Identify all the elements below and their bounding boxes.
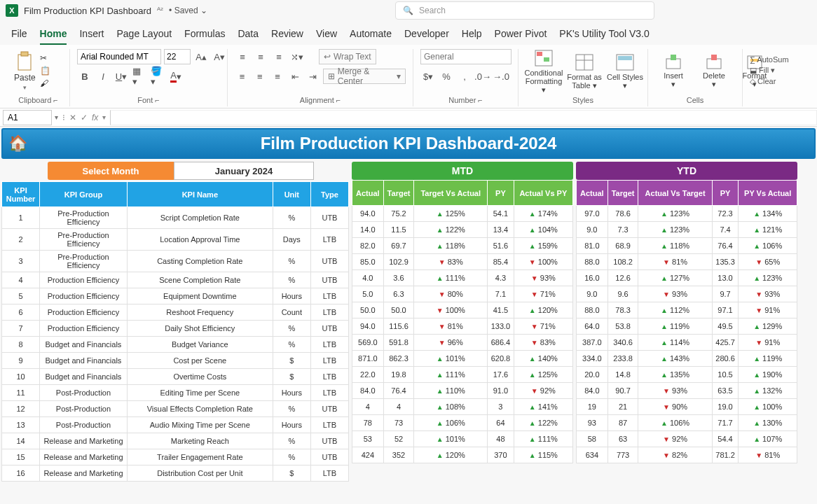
svg-rect-11 [671, 55, 676, 60]
percent-icon[interactable]: % [439, 69, 454, 84]
indent-dec-icon[interactable]: ⇤ [288, 69, 303, 84]
number-format-select[interactable] [420, 49, 512, 64]
italic-button[interactable]: I [95, 69, 111, 84]
svg-rect-12 [707, 59, 721, 69]
menu-review[interactable]: Review [271, 28, 303, 45]
paste-icon[interactable] [15, 50, 34, 71]
menu-power-pivot[interactable]: Power Pivot [495, 28, 547, 45]
menu-insert[interactable]: Insert [79, 28, 104, 45]
search-input[interactable]: 🔍 Search [395, 1, 654, 20]
doc-title: Film Production KPI Dashboard [24, 6, 151, 16]
table-row: 5863▼ 92%54.4▲ 107% [577, 431, 797, 447]
menu-data[interactable]: Data [238, 28, 259, 45]
menu-view[interactable]: View [316, 28, 337, 45]
table-row: 20.014.8▲ 135%10.5▲ 190% [577, 367, 797, 383]
table-row: 1Pre-Production EfficiencyScript Complet… [2, 207, 349, 229]
name-box[interactable] [3, 110, 52, 125]
table-row: 9.07.3▲ 123%7.4▲ 121% [577, 222, 797, 238]
chevron-down-icon[interactable]: ▾ [23, 84, 27, 91]
svg-rect-4 [544, 57, 549, 62]
svg-rect-1 [21, 52, 28, 56]
table-row: 16Release and MarketingDistribution Cost… [2, 465, 349, 482]
menu-help[interactable]: Help [462, 28, 482, 45]
currency-icon[interactable]: $▾ [420, 69, 436, 84]
font-size-select[interactable] [164, 49, 191, 64]
delete-cells-button[interactable]: Delete▾ [696, 53, 732, 88]
table-row: 82.069.7▲ 118%51.6▲ 159% [352, 238, 573, 254]
font-name-select[interactable] [77, 49, 161, 64]
fill-color-button[interactable]: 🪣▾ [150, 69, 165, 84]
align-bottom-icon[interactable]: ≡ [271, 49, 287, 64]
formula-input[interactable] [110, 110, 817, 125]
paste-button[interactable]: Paste [14, 73, 36, 83]
group-font: Font ⌐ [77, 94, 220, 106]
table-row: 634773▼ 82%781.2▼ 81% [577, 447, 797, 463]
table-row: 14Release and MarketingMarketing Reach%U… [2, 433, 349, 449]
col-header: KPI Group [40, 182, 128, 207]
table-row: 64.053.8▲ 119%49.5▲ 129% [577, 318, 797, 335]
insert-cells-button[interactable]: Insert▾ [655, 53, 692, 88]
menu-developer[interactable]: Developer [404, 28, 449, 45]
menu-formulas[interactable]: Formulas [184, 28, 225, 45]
home-icon[interactable]: 🏠 [8, 134, 27, 153]
table-row: 15Release and MarketingTrailer Engagemen… [2, 449, 349, 465]
copy-icon[interactable]: 📋 [40, 66, 50, 76]
increase-font-icon[interactable]: A▴ [193, 49, 209, 64]
confirm-icon[interactable]: ✓ [81, 113, 88, 122]
cancel-icon[interactable]: ✕ [69, 113, 76, 122]
search-icon: 🔍 [403, 6, 413, 15]
border-button[interactable]: ▦ ▾ [132, 69, 147, 84]
bold-button[interactable]: B [77, 69, 92, 84]
col-header: KPI Number [2, 182, 40, 207]
format-as-table-button[interactable]: Format as Table ▾ [566, 53, 603, 90]
align-right-icon[interactable]: ≡ [270, 69, 284, 84]
select-month-value[interactable]: January 2024 [174, 162, 314, 180]
dec-decimal-icon[interactable]: →.0 [493, 69, 509, 84]
align-center-icon[interactable]: ≡ [252, 69, 267, 84]
format-painter-icon[interactable]: 🖌 [40, 78, 50, 88]
menu-file[interactable]: File [11, 28, 27, 45]
decrease-font-icon[interactable]: A▾ [212, 49, 227, 64]
comma-icon[interactable]: , [457, 69, 472, 84]
table-row: 16.012.6▲ 127%13.0▲ 123% [577, 270, 797, 286]
align-top-icon[interactable]: ≡ [235, 49, 250, 64]
table-row: 22.019.8▲ 111%17.6▲ 125% [352, 367, 573, 383]
conditional-formatting-button[interactable]: Conditional Formatting ▾ [526, 49, 562, 94]
table-row: 424352▲ 120%370▲ 115% [352, 447, 573, 463]
table-row: 8Budget and FinancialsBudget Variance%LT… [2, 337, 349, 353]
group-cells: Cells [655, 94, 735, 106]
menu-pk-s-utility-tool-v3-0[interactable]: PK's Utility Tool V3.0 [559, 28, 649, 45]
font-color-button[interactable]: A▾ [168, 69, 184, 84]
inc-decimal-icon[interactable]: .0→ [475, 69, 490, 84]
dropdown-icon[interactable]: ⁝ [62, 113, 65, 122]
merge-center-button[interactable]: ⊞ Merge & Center ▾ [323, 69, 406, 84]
menu-page-layout[interactable]: Page Layout [116, 28, 172, 45]
table-row: 4.03.6▲ 111%4.3▼ 93% [352, 270, 573, 286]
svg-rect-9 [618, 56, 632, 60]
chevron-down-icon[interactable]: ▾ [102, 113, 106, 121]
fill-button[interactable]: ⬓ Fill ▾ [750, 66, 789, 75]
table-row: 88.078.3▲ 112%97.1▼ 91% [577, 302, 797, 318]
align-left-icon[interactable]: ≡ [235, 69, 249, 84]
clear-button[interactable]: ◇ Clear [750, 77, 789, 86]
table-row: 7Production EfficiencyDaily Shot Efficie… [2, 321, 349, 337]
table-row: 4Production EfficiencyScene Completion R… [2, 272, 349, 288]
cell-styles-button[interactable]: Cell Styles ▾ [607, 53, 643, 90]
orientation-icon[interactable]: ⤭▾ [289, 49, 305, 64]
menu-automate[interactable]: Automate [350, 28, 392, 45]
cut-icon[interactable]: ✂ [40, 53, 50, 63]
table-row: 50.050.0▼ 100%41.5▲ 120% [352, 302, 573, 318]
indent-inc-icon[interactable]: ⇥ [305, 69, 320, 84]
autosum-button[interactable]: ∑ AutoSum [750, 55, 789, 64]
table-row: 94.0115.6▼ 81%133.0▼ 71% [352, 318, 573, 335]
table-row: 84.090.7▼ 93%63.5▲ 132% [577, 383, 797, 399]
table-row: 569.0591.8▼ 96%686.4▼ 83% [352, 335, 573, 351]
menu-home[interactable]: Home [40, 28, 67, 45]
table-row: 11Post-ProductionEditing Time per SceneH… [2, 385, 349, 401]
underline-button[interactable]: U ▾ [114, 69, 129, 84]
autosave-icon: ᴬᶻ [157, 6, 163, 15]
fx-icon[interactable]: fx [92, 113, 98, 122]
ribbon: Paste ▾ ✂ 📋 🖌 Clipboard ⌐ A▴ A▾ B I U ▾ [0, 45, 817, 108]
wrap-text-button[interactable]: ↩ Wrap Text [319, 49, 376, 64]
align-middle-icon[interactable]: ≡ [253, 49, 268, 64]
